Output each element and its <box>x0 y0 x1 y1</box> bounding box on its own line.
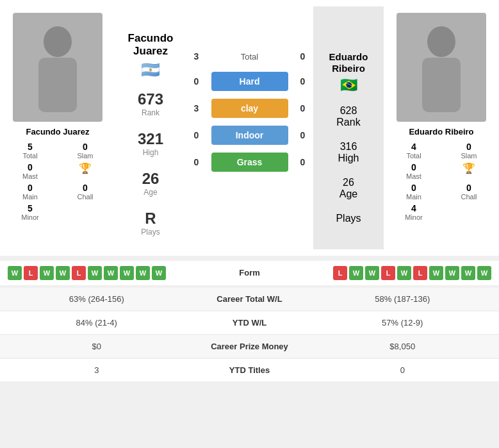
top-section: Facundo Juarez 5 Total 0 Slam 0 Mast 🏆 <box>0 0 499 256</box>
left-flag: 🇦🇷 <box>141 61 160 79</box>
stats-row: $0 Career Prize Money $8,050 <box>0 335 499 358</box>
right-form-badges: LWWLWLWWWW <box>288 266 492 280</box>
left-age-block: 26 Age <box>115 163 186 203</box>
left-form-badge: W <box>8 266 22 280</box>
clay-left-score: 3 <box>187 103 206 113</box>
right-trophy-icon: 🏆 <box>462 162 475 174</box>
left-trophy-icon-cell: 🏆 <box>61 162 109 180</box>
stat-right-val: 0 <box>314 365 492 375</box>
indoor-row: 0 Indoor 0 <box>186 126 313 145</box>
right-form-badge: L <box>413 266 427 280</box>
left-form-badge: W <box>40 266 54 280</box>
stat-center-label: Career Prize Money <box>186 342 314 351</box>
right-player-card: Eduardo Ribeiro 4 Total 0 Slam 0 Mast 🏆 <box>384 6 499 249</box>
stat-left-val: 84% (21-4) <box>8 318 186 328</box>
stat-right-val: $8,050 <box>314 342 492 351</box>
left-minor-stat: 5 Minor <box>6 203 54 221</box>
right-form-badge: W <box>429 266 443 280</box>
main-container: Facundo Juarez 5 Total 0 Slam 0 Mast 🏆 <box>0 0 499 381</box>
left-player-card: Facundo Juarez 5 Total 0 Slam 0 Mast 🏆 <box>0 6 115 249</box>
indoor-right-score: 0 <box>293 130 313 140</box>
clay-row: 3 clay 0 <box>186 99 313 118</box>
right-form-badge: W <box>349 266 363 280</box>
left-form-badge: W <box>56 266 70 280</box>
left-form-badge: L <box>72 266 86 280</box>
center-surfaces-col: 3 Total 0 0 Hard 0 3 clay 0 0 Indoor 0 0 <box>186 6 313 249</box>
stat-left-val: $0 <box>8 342 186 351</box>
right-form-badge: W <box>365 266 379 280</box>
right-player-name: Eduardo Ribeiro <box>409 127 473 137</box>
stats-rows: 63% (264-156) Career Total W/L 58% (187-… <box>0 288 499 381</box>
right-high-block: 316 High <box>313 135 384 170</box>
left-form-badge: W <box>136 266 150 280</box>
right-rank-block: 628 Rank <box>313 99 384 135</box>
total-row: 3 Total 0 <box>186 51 313 62</box>
svg-rect-1 <box>38 58 77 112</box>
right-minor-stat: 4 Minor <box>390 203 438 221</box>
right-player-stats: 4 Total 0 Slam 0 Mast 🏆 0 Main <box>390 142 493 221</box>
total-label: Total <box>211 52 288 62</box>
hard-right-score: 0 <box>293 76 313 87</box>
form-section: WLWWLWWWWW Form LWWLWLWWWW <box>0 261 499 285</box>
left-high-block: 321 High <box>115 124 186 163</box>
left-player-stats: 5 Total 0 Slam 0 Mast 🏆 0 Main <box>6 142 109 221</box>
indoor-left-score: 0 <box>187 130 206 140</box>
right-form-badge: W <box>461 266 475 280</box>
hard-left-score: 0 <box>187 76 206 87</box>
hard-row: 0 Hard 0 <box>186 72 313 91</box>
right-form-badge: L <box>381 266 395 280</box>
left-slam-stat: 0 Slam <box>61 142 109 160</box>
left-main-stat-2: 0 Main <box>6 183 54 201</box>
left-mast-stat: 0 Mast <box>6 162 54 180</box>
left-stats-col: Facundo Juarez 🇦🇷 673 Rank 321 High 26 A… <box>115 6 186 249</box>
svg-point-0 <box>44 26 72 57</box>
right-plays-block: Plays <box>313 206 384 231</box>
left-form-badge: W <box>120 266 134 280</box>
grass-row: 0 Grass 0 <box>186 153 313 172</box>
grass-right-score: 0 <box>293 157 313 167</box>
grass-left-score: 0 <box>187 157 206 167</box>
right-flag: 🇧🇷 <box>340 74 357 99</box>
grass-button[interactable]: Grass <box>211 153 288 172</box>
stat-center-label: YTD Titles <box>186 365 314 375</box>
left-total-stat: 5 Total <box>6 142 54 160</box>
right-trophy-icon-cell: 🏆 <box>445 162 493 180</box>
right-age-block: 26 Age <box>313 170 384 206</box>
right-chall-stat: 0 Chall <box>445 183 493 201</box>
left-form-badge: W <box>88 266 102 280</box>
left-rank-block: 673 Rank <box>115 84 186 124</box>
form-label: Form <box>211 268 288 278</box>
stat-left-val: 63% (264-156) <box>8 294 186 304</box>
left-chall-stat: 0 Chall <box>61 183 109 201</box>
stats-row: 84% (21-4) YTD W/L 57% (12-9) <box>0 311 499 334</box>
svg-rect-3 <box>422 58 461 112</box>
stat-right-val: 57% (12-9) <box>314 318 492 328</box>
svg-point-2 <box>427 26 455 57</box>
left-name-header: Facundo Juarez <box>128 32 174 58</box>
right-form-badge: W <box>445 266 459 280</box>
indoor-button[interactable]: Indoor <box>211 126 288 145</box>
left-form-badges: WLWWLWWWWW <box>8 266 211 280</box>
right-slam-stat: 0 Slam <box>445 142 493 160</box>
right-mast-stat: 0 Mast <box>390 162 438 180</box>
right-name-header: EduardoRibeiro <box>327 45 371 74</box>
left-form-badge: W <box>104 266 118 280</box>
hard-button[interactable]: Hard <box>211 72 288 91</box>
clay-button[interactable]: clay <box>211 99 288 118</box>
right-form-badge: W <box>397 266 411 280</box>
total-right-score: 0 <box>293 51 313 62</box>
stats-row: 63% (264-156) Career Total W/L 58% (187-… <box>0 288 499 310</box>
right-form-badge: W <box>477 266 491 280</box>
left-player-avatar <box>13 13 102 122</box>
stats-row: 3 YTD Titles 0 <box>0 359 499 381</box>
total-left-score: 3 <box>187 51 206 62</box>
stat-left-val: 3 <box>8 365 186 375</box>
stat-center-label: Career Total W/L <box>186 294 314 304</box>
left-plays-block: R Plays <box>115 203 186 243</box>
right-player-avatar <box>397 13 486 122</box>
right-stats-col: EduardoRibeiro🇧🇷 628 Rank 316 High 26 Ag… <box>313 6 384 249</box>
left-form-badge: W <box>152 266 166 280</box>
left-form-badge: L <box>24 266 38 280</box>
right-total-stat: 4 Total <box>390 142 438 160</box>
left-player-name: Facundo Juarez <box>26 127 90 137</box>
